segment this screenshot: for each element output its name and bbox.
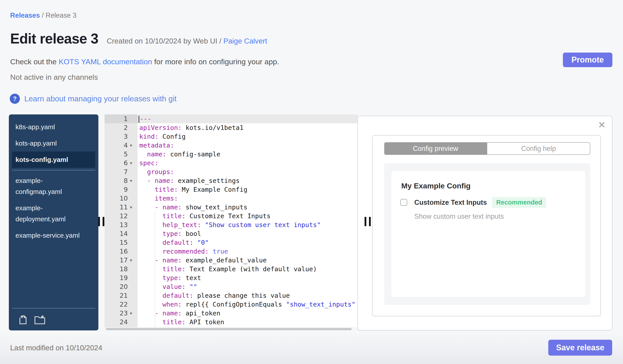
line-number: 4 <box>105 142 130 149</box>
code-line-24[interactable]: title: API token <box>137 318 357 326</box>
code-line-16[interactable]: recommended: true <box>137 247 357 256</box>
gutter-row-22: 22 <box>105 300 137 309</box>
line-number: 20 <box>105 283 130 290</box>
created-text: Created on 10/10/2024 by Web UI / <box>107 37 223 45</box>
code-line-20[interactable]: value: "" <box>137 282 357 291</box>
gutter-row-11: 11▾ <box>105 203 137 212</box>
fold-arrow-icon[interactable]: ▾ <box>130 161 137 166</box>
code-line-11[interactable]: - name: show_text_inputs <box>137 203 357 212</box>
code-line-22[interactable]: when: repl{{ ConfigOptionEquals "show_te… <box>137 300 357 309</box>
question-icon: ? <box>10 94 20 104</box>
gutter-row-2: 2 <box>105 123 137 132</box>
fold-arrow-icon[interactable]: ▾ <box>130 205 137 210</box>
gutter-row-17: 17▾ <box>105 256 137 265</box>
editor-gutter: 1234▾56▾78▾91011▾121314151617▾1819202122… <box>105 114 137 330</box>
author-link[interactable]: Paige Calvert <box>223 37 267 45</box>
indent-guide <box>155 212 155 327</box>
git-link-label: Learn about managing your releases with … <box>24 94 177 103</box>
line-number: 18 <box>105 265 130 273</box>
code-line-12[interactable]: title: Customize Text Inputs <box>137 212 357 221</box>
file-list: k8s-app.yamlkots-app.yamlkots-config.yam… <box>9 119 98 244</box>
code-line-1[interactable]: --- <box>137 114 357 123</box>
config-item-row: Customize Text Inputs Recommended <box>400 197 546 208</box>
code-line-3[interactable]: kind: Config <box>137 132 357 141</box>
config-item-help: Show custom user text inputs <box>414 212 504 221</box>
gutter-row-7: 7 <box>105 167 137 176</box>
config-preview-area: My Example Config Customize Text Inputs … <box>384 163 590 305</box>
line-number: 3 <box>105 133 130 140</box>
doc-prefix: Check out the <box>10 58 59 66</box>
editor-code-area[interactable]: ---apiVersion: kots.io/v1beta1kind: Conf… <box>137 114 357 330</box>
gutter-row-24: 24 <box>105 318 137 326</box>
config-group-title: My Example Config <box>401 182 471 190</box>
tab-config-help[interactable]: Config help <box>487 142 590 155</box>
add-file-icon[interactable] <box>18 315 28 325</box>
code-line-23[interactable]: - name: api_token <box>137 309 357 318</box>
code-line-21[interactable]: default: please change this value <box>137 291 357 300</box>
file-item-kots-app-yaml[interactable]: kots-app.yaml <box>9 135 98 152</box>
gutter-row-21: 21 <box>105 291 137 300</box>
line-number: 16 <box>105 248 130 255</box>
code-line-7[interactable]: groups: <box>137 167 357 176</box>
code-line-18[interactable]: title: Text Example (with default value) <box>137 265 357 273</box>
code-line-15[interactable]: default: "0" <box>137 238 357 247</box>
pane-resize-handle-right[interactable] <box>365 217 371 226</box>
close-icon[interactable]: ✕ <box>596 119 607 130</box>
add-folder-icon[interactable] <box>34 315 45 325</box>
code-line-14[interactable]: type: bool <box>137 229 357 238</box>
code-line-19[interactable]: type: text <box>137 273 357 282</box>
line-number: 15 <box>105 239 130 246</box>
line-number: 6 <box>105 159 130 167</box>
line-number: 23 <box>105 309 130 317</box>
code-line-9[interactable]: title: My Example Config <box>137 185 357 194</box>
code-line-8[interactable]: - name: example_settings <box>137 176 357 185</box>
page-title: Edit release 3 <box>10 30 98 47</box>
file-item-example-deployment-yaml[interactable]: example-deployment.yaml <box>9 200 98 227</box>
line-number: 13 <box>105 221 130 229</box>
line-number: 17 <box>105 256 130 264</box>
fold-arrow-icon[interactable]: ▾ <box>130 178 137 183</box>
code-line-10[interactable]: items: <box>137 194 357 203</box>
code-line-17[interactable]: - name: example_default_value <box>137 256 357 265</box>
pane-resize-handle-left[interactable] <box>98 217 104 226</box>
file-item-k8s-app-yaml[interactable]: k8s-app.yaml <box>9 119 98 135</box>
customize-text-inputs-checkbox[interactable] <box>400 199 407 206</box>
promote-button[interactable]: Promote <box>563 53 612 67</box>
file-item-kots-config-yaml[interactable]: kots-config.yaml <box>12 152 95 168</box>
gutter-row-1: 1 <box>105 114 137 123</box>
file-sidebar: k8s-app.yamlkots-app.yamlkots-config.yam… <box>9 114 98 330</box>
code-line-6[interactable]: spec: <box>137 159 357 167</box>
gutter-row-14: 14 <box>105 229 137 238</box>
gutter-row-4: 4▾ <box>105 141 137 150</box>
gutter-row-19: 19 <box>105 273 137 282</box>
scrollbar-thumb[interactable] <box>106 328 352 330</box>
fold-arrow-icon[interactable]: ▾ <box>130 143 137 148</box>
code-line-13[interactable]: help_text: "Show custom user text inputs… <box>137 221 357 229</box>
gutter-row-15: 15 <box>105 238 137 247</box>
breadcrumb-releases-link[interactable]: Releases <box>10 12 40 19</box>
line-number: 14 <box>105 230 130 237</box>
git-help-link[interactable]: ? Learn about managing your releases wit… <box>10 94 177 104</box>
tab-config-preview[interactable]: Config preview <box>384 142 487 155</box>
line-number: 11 <box>105 203 130 211</box>
line-number: 22 <box>105 301 130 308</box>
yaml-editor[interactable]: 1234▾56▾78▾91011▾121314151617▾1819202122… <box>105 114 357 330</box>
breadcrumb: Releases / Release 3 <box>10 12 76 20</box>
kots-yaml-doc-link[interactable]: KOTS YAML documentation <box>59 58 152 66</box>
fold-arrow-icon[interactable]: ▾ <box>130 311 137 316</box>
file-item-example-service-yaml[interactable]: example-service.yaml <box>9 227 98 244</box>
code-line-5[interactable]: name: config-sample <box>137 150 357 159</box>
channel-status: Not active in any channels <box>10 73 98 81</box>
fold-arrow-icon[interactable]: ▾ <box>130 258 137 263</box>
line-number: 9 <box>105 186 130 193</box>
config-card: Config previewConfig help My Example Con… <box>372 135 601 316</box>
title-row: Edit release 3 Created on 10/10/2024 by … <box>10 30 267 47</box>
file-item-example-configmap-yaml[interactable]: example-configmap.yaml <box>9 173 98 200</box>
gutter-row-13: 13 <box>105 221 137 229</box>
code-line-2[interactable]: apiVersion: kots.io/v1beta1 <box>137 123 357 132</box>
code-line-4[interactable]: metadata: <box>137 141 357 150</box>
save-release-button[interactable]: Save release <box>548 340 612 356</box>
editor-horizontal-scrollbar <box>105 327 357 330</box>
line-number: 10 <box>105 195 130 202</box>
line-number: 2 <box>105 124 130 131</box>
